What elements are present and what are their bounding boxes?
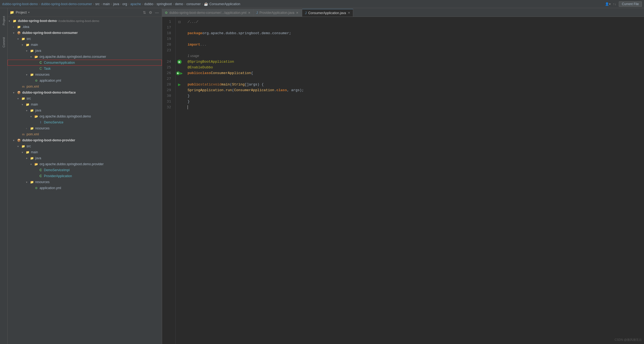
code-line[interactable]: @EnableDubbo [188,65,640,70]
tree-item-24[interactable]: ▾📁java [8,155,162,161]
current-file-button[interactable]: Current File [619,1,642,7]
breadcrumb-item-4[interactable]: java [113,2,119,6]
breadcrumb-item-2[interactable]: src [95,2,100,6]
code-editor[interactable]: /.../ package org.apache.dubbo.springboo… [183,17,644,344]
panel-equalize-btn[interactable]: ⇅ [142,10,147,15]
breadcrumb-item-0[interactable]: dubbo-spring-boot-demo [2,2,38,6]
tree-expand-arrow[interactable]: ▾ [9,20,12,23]
run-config-icon[interactable]: ▶ [177,60,182,64]
code-line[interactable]: /.../ [188,19,640,25]
tab-close-btn[interactable]: ✕ [348,11,350,15]
tree-item-10[interactable]: ▾📁resources [8,72,162,78]
gutter-cell[interactable]: ▶ [176,59,183,65]
vcs-icon[interactable]: 👤▾ [605,2,611,6]
tree-item-23[interactable]: ▾📁main [8,149,162,155]
tree-item-6[interactable]: ▾📁java [8,48,162,54]
code-line[interactable]: public class ConsumerApplication { [188,70,640,76]
tab-close-btn[interactable]: ✕ [248,11,250,15]
editor-tab-2[interactable]: J ConsumerApplication.java ✕ [302,9,353,17]
tree-expand-arrow[interactable]: ▾ [26,181,30,184]
editor-tab-1[interactable]: J ProviderApplication.java ✕ [253,9,302,17]
run-icon[interactable]: ▶ [176,71,180,75]
breadcrumb-item-8[interactable]: springboot [157,2,172,6]
code-line[interactable] [188,104,640,110]
panel-close-btn[interactable]: — [154,10,160,15]
editor-tab-0[interactable]: ⚙ dubbo-spring-boot-demo-consumer/.../ap… [162,9,253,17]
tree-expand-arrow[interactable]: ▾ [26,109,30,112]
breadcrumb-item-6[interactable]: apache [130,2,141,6]
tree-expand-arrow[interactable]: ▾ [30,163,34,166]
tree-item-21[interactable]: ▾📦dubbo-spring-boot-demo-provider [8,137,162,143]
code-line[interactable]: } [188,99,640,104]
navigation-icon[interactable]: ↑↓ [613,2,616,6]
tree-item-9[interactable]: CTask [8,66,162,72]
tree-expand-arrow[interactable]: ▾ [22,43,25,46]
gutter-cell[interactable]: ▶ [176,82,183,87]
tree-item-25[interactable]: ▾📂org.apache.dubbo.springboot.demo.provi… [8,161,162,167]
tree-item-8[interactable]: CConsumerApplication [8,60,162,66]
tree-expand-arrow[interactable]: ▾ [26,49,30,52]
breadcrumb-item-9[interactable]: demo [175,2,183,6]
tree-item-18[interactable]: IDemoService [8,119,162,125]
code-line[interactable]: import ... [188,42,640,47]
tree-expand-arrow[interactable]: ▾ [13,31,17,34]
tree-item-26[interactable]: CDemoServiceImpl [8,167,162,173]
tree-item-13[interactable]: ▾📦dubbo-spring-boot-demo-interface [8,90,162,95]
breadcrumb-item-class[interactable]: ☕ ConsumerApplication [204,2,240,6]
tree-expand-arrow[interactable]: ▾ [17,97,21,100]
tab-close-btn[interactable]: ✕ [296,11,298,15]
tree-item-7[interactable]: ▾📂org.apache.dubbo.springboot.demo.consu… [8,54,162,60]
tree-item-2[interactable]: ›📁.idea [8,24,162,30]
tree-item-22[interactable]: ▾📁src [8,143,162,149]
tree-expand-arrow[interactable]: ▾ [26,157,30,160]
collapse-icon[interactable]: ⊟ [178,20,181,24]
breadcrumb-item-1[interactable]: dubbo-spring-boot-demo-consumer [41,2,92,6]
tree-expand-arrow[interactable]: ▾ [17,145,21,148]
tree-item-17[interactable]: ▾📂org.apache.dubbo.springboot.demo [8,113,162,119]
code-line[interactable]: @SpringBootApplication [188,59,640,65]
tree-expand-arrow[interactable]: › [13,26,17,28]
code-line[interactable] [188,36,640,42]
code-line[interactable]: SpringApplication.run(ConsumerApplicatio… [188,87,640,93]
tree-item-11[interactable]: ⚙application.yml [8,78,162,84]
tree-item-14[interactable]: ▾📁src [8,95,162,101]
tree-expand-arrow[interactable]: ▾ [22,103,25,106]
code-line[interactable] [188,76,640,82]
breadcrumb-item-3[interactable]: main [103,2,110,6]
tree-expand-arrow[interactable]: ▾ [17,37,21,40]
tree-item-5[interactable]: ▾📁main [8,42,162,48]
tree-item-20[interactable]: mpom.xml [8,131,162,137]
code-line[interactable]: } [188,93,640,99]
panel-dropdown-icon[interactable]: ▾ [28,11,30,14]
tree-expand-arrow[interactable]: ▾ [30,115,34,118]
tree-expand-arrow[interactable]: ▾ [30,55,34,58]
code-line[interactable]: 1 usage [188,53,640,59]
tree-expand-arrow[interactable]: ▾ [13,139,17,142]
tree-item-28[interactable]: ▾📁resources [8,179,162,185]
code-line[interactable] [188,25,640,30]
code-line[interactable] [188,47,640,53]
breadcrumb-item-7[interactable]: dubbo [144,2,153,6]
tree-item-16[interactable]: ▾📁java [8,107,162,113]
tree-expand-arrow[interactable]: ▾ [13,91,17,94]
tree-expand-arrow[interactable]: › [26,127,30,130]
tree-expand-arrow[interactable]: ▾ [22,151,25,154]
sidebar-commit-tab[interactable]: Commit [0,31,7,53]
code-line[interactable]: public static void main(String[] args) { [188,82,640,87]
run-arrow-icon[interactable]: ▶ [180,71,183,75]
tree-item-12[interactable]: mpom.xml [8,84,162,90]
tree-item-3[interactable]: ▾📦dubbo-spring-boot-demo-consumer [8,30,162,36]
run-method-icon[interactable]: ▶ [178,82,181,87]
gutter-cell[interactable]: ⊟ [176,19,183,25]
sidebar-project-tab[interactable]: Project [0,9,7,31]
gutter-cell[interactable]: ▶ ▶ [176,70,183,76]
panel-settings-btn[interactable]: ⚙ [148,10,153,15]
tree-item-1[interactable]: ▾📁dubbo-spring-boot-demo ~/code/dubbo-sp… [8,18,162,24]
tree-item-29[interactable]: ⚙application.yml [8,185,162,191]
tree-item-27[interactable]: CProviderApplication [8,173,162,179]
tree-expand-arrow[interactable]: ▾ [26,73,30,76]
breadcrumb-item-5[interactable]: org [123,2,127,6]
tree-item-15[interactable]: ▾📁main [8,101,162,107]
tree-item-4[interactable]: ▾📁src [8,36,162,42]
breadcrumb-item-10[interactable]: consumer [186,2,201,6]
